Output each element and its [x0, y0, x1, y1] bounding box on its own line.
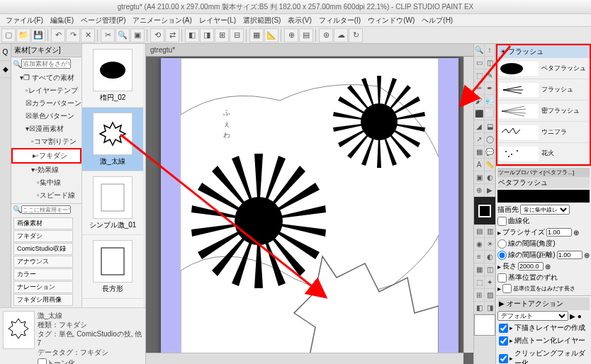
tool-icon[interactable]: ✏ [474, 82, 485, 95]
assist-icon[interactable]: ⊛ [319, 28, 333, 42]
gap-input[interactable] [557, 251, 582, 259]
brush-item[interactable]: 密フラッシュ [497, 101, 590, 122]
scrollbar-horizontal[interactable] [146, 353, 463, 364]
action-item[interactable]: ▸下描きレイヤーの作成 [497, 322, 590, 334]
material-item[interactable]: 長方形 [82, 235, 143, 299]
subtool-icon[interactable]: ◫ [485, 263, 495, 276]
color-swatch[interactable] [474, 197, 495, 225]
qa-icon[interactable]: ◆ [0, 61, 11, 78]
subtool-icon[interactable]: ◧ [474, 302, 485, 314]
menu-filter[interactable]: フィルター(I) [316, 14, 364, 26]
new-icon[interactable]: ▢ [1, 28, 16, 42]
subtool-icon[interactable]: ▦ [474, 263, 485, 276]
tree-item-fukidashi[interactable]: ▸▫フキダシ [11, 148, 81, 164]
qa-icon[interactable]: Q [0, 44, 11, 61]
brush-item[interactable]: ベタフラッシュ [497, 58, 590, 79]
tag-button[interactable]: ナレーション [13, 281, 73, 293]
tool-icon[interactable]: 💬 [485, 146, 495, 159]
zoom-icon[interactable]: 🔍 [116, 28, 130, 42]
layer-thumb[interactable] [474, 314, 495, 336]
tool-icon[interactable]: ▣ [474, 171, 485, 184]
subtool-icon[interactable]: ▥ [485, 225, 495, 238]
menu-select[interactable]: 選択範囲(S) [240, 14, 283, 26]
menu-page[interactable]: ページ管理(P) [78, 14, 128, 26]
action-item[interactable]: ▸網点トーン化レイヤー [497, 334, 590, 347]
baseshift-checkbox[interactable] [497, 273, 507, 283]
ruler-icon[interactable]: 📐 [264, 28, 278, 42]
save-icon[interactable]: 💾 [31, 28, 45, 42]
tree-item[interactable]: ☒カラーパターン [11, 97, 81, 110]
canvas-viewport[interactable]: ふ ぇ わ [146, 57, 473, 364]
flip-icon[interactable]: ⇄ [165, 28, 179, 42]
tree-item[interactable]: ▾☒漫画素材 [11, 123, 81, 135]
tree-item[interactable]: ☒単色パターン [11, 110, 81, 123]
tool-icon[interactable]: ⬓ [485, 120, 495, 133]
tool-icon[interactable]: ⬛ [474, 108, 485, 120]
open-icon[interactable]: 📁 [16, 28, 30, 42]
tag-button[interactable]: フキダシ [13, 230, 73, 242]
tree-item[interactable]: ▫集中線 [11, 176, 81, 189]
tone-checkbox[interactable]: トーン化 [38, 358, 142, 364]
gap-angle-radio[interactable] [497, 239, 507, 249]
subtool-icon[interactable]: ◉ [474, 238, 485, 251]
subtool-icon[interactable]: ▤ [474, 225, 485, 238]
material-item[interactable]: シンプル激_01 [82, 171, 143, 235]
menu-window[interactable]: ウィンドウ(W) [365, 14, 417, 26]
menu-file[interactable]: ファイル(F) [3, 14, 46, 26]
cloud-icon[interactable]: ☁ [334, 28, 348, 42]
document-tab[interactable]: gtregtu* [146, 44, 473, 57]
rotate-icon[interactable]: ⟲ [150, 28, 164, 42]
material-search-input[interactable] [21, 59, 71, 69]
tool-icon[interactable]: ⊕ [474, 184, 485, 197]
subtool-icon[interactable]: ◨ [485, 302, 495, 314]
tool-icon[interactable]: A [474, 159, 485, 171]
tool-icon[interactable]: ▦ [474, 146, 485, 159]
cut-icon[interactable]: ✂ [101, 28, 115, 42]
brush-item[interactable]: ウニフラ [497, 122, 590, 143]
tool-icon[interactable]: 🖌 [474, 95, 485, 108]
menu-anim[interactable]: アニメーション(A) [130, 14, 194, 26]
tool-icon[interactable]: ▶ [485, 184, 495, 197]
undo-icon[interactable]: ↶ [51, 28, 65, 42]
tool-icon[interactable]: ✎ [485, 69, 495, 82]
grid-icon[interactable]: ▦ [249, 28, 264, 42]
menu-layer[interactable]: レイヤー(L) [196, 14, 239, 26]
tag-button[interactable]: アナウンス [13, 256, 73, 268]
material-item[interactable]: 楕円_02 [82, 44, 143, 108]
tree-item[interactable]: ▫レイヤーテンプ [11, 84, 81, 97]
tool-c-icon[interactable]: ⊞ [215, 28, 229, 42]
redo-icon[interactable]: ↷ [66, 28, 80, 42]
dest-select[interactable]: 常に集中線レイヤーを [520, 205, 570, 215]
tree-item[interactable]: ▫スピード線 [11, 189, 81, 202]
curve-checkbox[interactable] [497, 217, 507, 226]
tool-icon[interactable]: ◫ [485, 57, 495, 69]
scrollbar-vertical[interactable] [463, 57, 473, 353]
tool-icon[interactable]: ⬚ [474, 69, 485, 82]
subtool-icon[interactable]: ☀ [485, 238, 495, 251]
gap-dist-radio[interactable] [497, 251, 507, 260]
fit-icon[interactable]: ▣ [130, 28, 145, 42]
subtool-icon[interactable]: ✦ [485, 276, 495, 289]
action-item[interactable]: ▸クリッピングフォルダー化 [497, 347, 590, 364]
basebulge-checkbox[interactable] [502, 284, 512, 293]
length-input[interactable] [518, 262, 544, 271]
menu-edit[interactable]: 編集(E) [47, 14, 77, 26]
tag-button[interactable]: 画像素材 [13, 217, 73, 229]
align-icon[interactable]: ▤ [299, 28, 313, 42]
play-icon[interactable]: ▶ [499, 300, 505, 307]
tool-b-icon[interactable]: ◨ [200, 28, 214, 42]
tool-icon[interactable]: ↕ [485, 44, 495, 57]
tool-icon[interactable]: ◯ [485, 133, 495, 146]
subtool-icon[interactable]: ⬚ [474, 276, 485, 289]
sync-icon[interactable]: ↻ [349, 28, 363, 42]
tool-icon[interactable]: ⬜ [485, 108, 495, 120]
brushsize-input[interactable] [546, 228, 572, 237]
snap-icon[interactable]: ⊕ [284, 28, 298, 42]
subtool-icon[interactable]: ◐ [485, 251, 495, 263]
tool-icon[interactable]: 🔍 [474, 44, 485, 57]
keyword-input[interactable] [21, 205, 71, 214]
menu-help[interactable]: ヘルプ(H) [419, 14, 456, 26]
brush-item[interactable]: 花火 [497, 143, 590, 164]
tool-icon[interactable]: 💨 [485, 95, 495, 108]
tool-icon[interactable]: ◢ [474, 120, 485, 133]
